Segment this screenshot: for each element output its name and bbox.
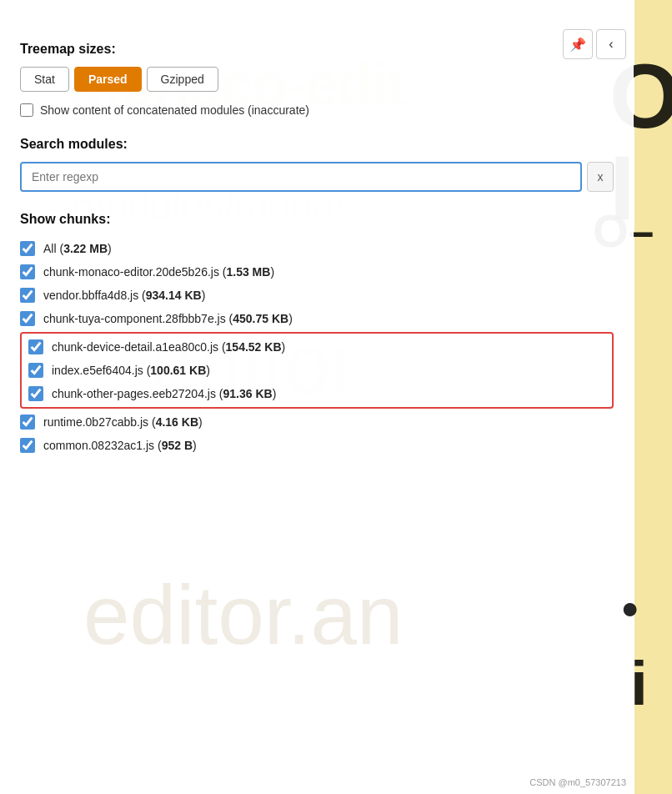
chunk-label-device-detail: chunk-device-detail.a1ea80c0.js (154.52 … [52, 340, 612, 354]
search-row: x [20, 162, 614, 192]
pin-button[interactable]: 📌 [563, 29, 593, 59]
chunk-label-tuya: chunk-tuya-component.28fbbb7e.js (450.75… [43, 312, 614, 325]
chunk-size-monaco: 1.53 MB [226, 265, 270, 279]
concatenated-checkbox[interactable] [20, 103, 33, 117]
search-modules-title: Search modules: [20, 137, 614, 152]
chunk-checkbox-index[interactable] [28, 363, 43, 378]
chunk-label-common: common.08232ac1.js (952 B) [43, 439, 614, 452]
chunk-label-all: All (3.22 MB) [43, 242, 614, 255]
csdn-tag: CSDN @m0_57307213 [529, 777, 626, 787]
chunk-checkbox-all[interactable] [20, 241, 35, 256]
chunk-label-vendor: vendor.bbffa4d8.js (934.14 KB) [43, 289, 614, 302]
chunk-checkbox-common[interactable] [20, 438, 35, 453]
chunk-item-runtime: runtime.0b27cabb.js (4.16 KB) [20, 410, 614, 434]
chunk-size-common: 952 B [162, 439, 193, 452]
chunk-checkbox-other-pages[interactable] [28, 386, 43, 401]
concatenated-label: Show content of concatenated modules (in… [40, 103, 309, 117]
chunk-item-all: All (3.22 MB) [20, 237, 614, 260]
stat-button[interactable]: Stat [20, 67, 69, 92]
chunk-checkbox-tuya[interactable] [20, 311, 35, 326]
search-section: Search modules: x [20, 137, 614, 192]
chunk-size-tuya: 450.75 KB [233, 312, 288, 325]
back-button[interactable]: ‹ [596, 29, 626, 59]
chunk-item-monaco: chunk-monaco-editor.20de5b26.js (1.53 MB… [20, 260, 614, 284]
chunk-size-index: 100.61 KB [150, 364, 206, 377]
chunk-size-all: 3.22 MB [63, 242, 108, 255]
chunk-item-vendor: vendor.bbffa4d8.js (934.14 KB) [20, 284, 614, 307]
chunk-item-common: common.08232ac1.js (952 B) [20, 434, 614, 457]
chunk-checkbox-runtime[interactable] [20, 415, 35, 430]
chunk-label-runtime: runtime.0b27cabb.js (4.16 KB) [43, 415, 614, 429]
chunks-section: Show chunks: All (3.22 MB) chunk-monaco-… [20, 212, 614, 457]
chunk-label-monaco: chunk-monaco-editor.20de5b26.js (1.53 MB… [43, 265, 614, 279]
search-clear-button[interactable]: x [587, 162, 614, 192]
gzipped-button[interactable]: Gzipped [147, 67, 218, 92]
right-dot: • [622, 582, 638, 636]
chunk-label-other-pages: chunk-other-pages.eeb27204.js (91.36 KB) [52, 387, 612, 400]
right-i: i [630, 647, 648, 719]
chunk-size-device-detail: 154.52 KB [226, 340, 282, 354]
watermark-text4: editor.an [83, 567, 404, 663]
search-input[interactable] [20, 162, 582, 192]
chunk-item-device-detail: chunk-device-detail.a1ea80c0.js (154.52 … [22, 335, 612, 359]
concatenated-row: Show content of concatenated modules (in… [20, 103, 614, 117]
chunk-size-runtime: 4.16 KB [156, 415, 198, 429]
main-panel: Treemap sizes: Stat Parsed Gzipped Show … [0, 25, 634, 474]
chunk-checkbox-device-detail[interactable] [28, 339, 43, 354]
parsed-button[interactable]: Parsed [74, 67, 142, 92]
chunk-size-vendor: 934.14 KB [146, 289, 202, 302]
chunk-checkbox-vendor[interactable] [20, 288, 35, 303]
chunk-item-index: index.e5ef6404.js (100.61 KB) [22, 359, 612, 382]
chunk-item-other-pages: chunk-other-pages.eeb27204.js (91.36 KB) [22, 382, 612, 405]
chunk-size-other-pages: 91.36 KB [223, 387, 272, 400]
treemap-sizes-title: Treemap sizes: [20, 42, 614, 57]
show-chunks-title: Show chunks: [20, 212, 614, 227]
top-buttons: 📌 ‹ [563, 29, 626, 59]
right-panel: OI O– • i [634, 0, 672, 794]
size-buttons: Stat Parsed Gzipped [20, 67, 614, 92]
chunk-checkbox-monaco[interactable] [20, 264, 35, 279]
chunk-label-index: index.e5ef6404.js (100.61 KB) [52, 364, 612, 377]
highlighted-group: chunk-device-detail.a1ea80c0.js (154.52 … [20, 332, 614, 409]
chunk-item-tuya: chunk-tuya-component.28fbbb7e.js (450.75… [20, 307, 614, 330]
